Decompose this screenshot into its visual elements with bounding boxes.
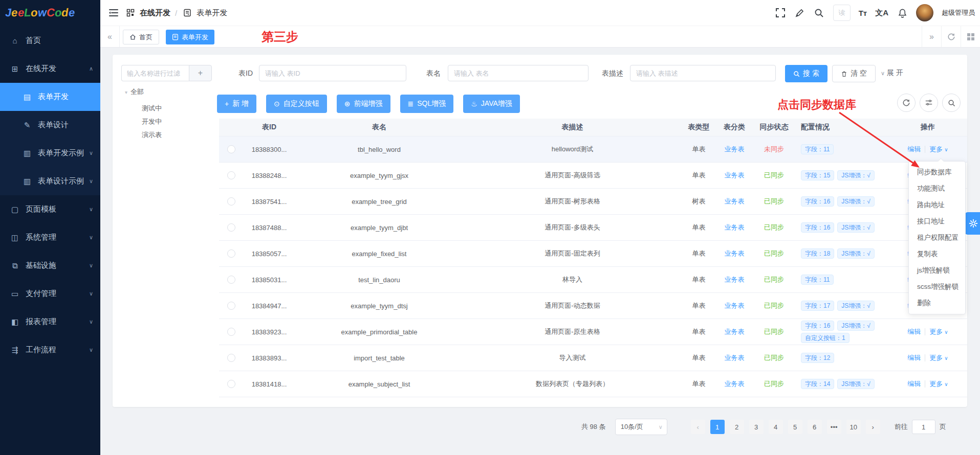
row-radio[interactable] bbox=[227, 354, 235, 362]
toolbar-button-java-enhance[interactable]: ♨ JAVA增强 bbox=[463, 95, 520, 113]
app-logo[interactable]: JeeLowCode bbox=[0, 0, 100, 26]
tab-form-dev[interactable]: 表单开发 bbox=[166, 30, 214, 44]
expand-toggle[interactable]: ∨ 展 开 bbox=[881, 69, 903, 78]
dropdown-item-5[interactable]: 租户权限配置 bbox=[909, 230, 965, 246]
tabs-scroll-right-button[interactable]: » bbox=[922, 26, 941, 47]
cell-table-category[interactable]: 业务表 bbox=[716, 189, 752, 214]
page-size-select[interactable]: 10条/页 ∨ bbox=[615, 419, 667, 435]
edit-button[interactable]: 编辑 bbox=[907, 145, 921, 154]
cell-table-category[interactable]: 业务表 bbox=[716, 163, 752, 188]
more-button[interactable]: 更多∨ bbox=[929, 353, 948, 362]
tabs-layout-grid-button[interactable] bbox=[961, 26, 980, 47]
dropdown-item-7[interactable]: js增强解锁 bbox=[909, 262, 965, 279]
tree-node[interactable]: 开发中 bbox=[142, 115, 162, 128]
dropdown-item-6[interactable]: 复制表 bbox=[909, 246, 965, 262]
toolbar-button-sql-enhance[interactable]: ≣ SQL增强 bbox=[400, 95, 454, 113]
sidebar-item-form-dev[interactable]: ▤ 表单开发 bbox=[0, 83, 100, 111]
cell-table-category[interactable]: 业务表 bbox=[716, 267, 752, 292]
page-button-4[interactable]: 4 bbox=[769, 420, 783, 434]
table-search-button[interactable] bbox=[942, 94, 961, 112]
tree-expand-caret-icon[interactable]: ▾ bbox=[125, 89, 127, 95]
font-size-button[interactable]: Tт bbox=[859, 9, 867, 17]
more-button[interactable]: 更多∨ bbox=[929, 145, 948, 154]
tabs-refresh-button[interactable] bbox=[941, 26, 961, 47]
column-settings-button[interactable] bbox=[920, 94, 938, 112]
refresh-button[interactable] bbox=[897, 94, 916, 112]
row-radio[interactable] bbox=[227, 223, 235, 232]
sidebar-item-page-template[interactable]: ▢ 页面模板 ∨ bbox=[0, 195, 100, 223]
more-button[interactable]: 更多∨ bbox=[929, 379, 948, 389]
dropdown-item-8[interactable]: scss增强解锁 bbox=[909, 279, 965, 295]
read-mode-button[interactable]: 读 bbox=[833, 5, 851, 21]
page-button-6[interactable]: 6 bbox=[808, 420, 822, 434]
page-button-•••[interactable]: ••• bbox=[827, 420, 841, 434]
row-radio[interactable] bbox=[227, 197, 235, 206]
cell-table-category[interactable]: 业务表 bbox=[716, 319, 752, 345]
row-radio[interactable] bbox=[227, 145, 235, 153]
collapse-sidebar-icon[interactable] bbox=[108, 8, 119, 18]
more-button[interactable]: 更多∨ bbox=[929, 327, 948, 336]
translate-icon[interactable]: 文A bbox=[875, 8, 888, 18]
edit-button[interactable]: 编辑 bbox=[907, 353, 921, 362]
breadcrumb-item-online-dev[interactable]: 在线开发 bbox=[140, 8, 170, 18]
toolbar-button-plus[interactable]: + 新 增 bbox=[217, 95, 256, 113]
page-button-2[interactable]: 2 bbox=[730, 420, 744, 434]
edit-button[interactable]: 编辑 bbox=[907, 379, 921, 389]
cell-table-category[interactable]: 业务表 bbox=[716, 345, 752, 371]
user-name[interactable]: 超级管理员 bbox=[942, 8, 975, 17]
table-desc-input[interactable] bbox=[630, 65, 776, 81]
tab-home[interactable]: 首页 bbox=[123, 30, 159, 44]
cell-table-category[interactable]: 业务表 bbox=[716, 371, 752, 397]
tree-node-all[interactable]: ▾ 全部 bbox=[125, 87, 144, 97]
avatar[interactable] bbox=[916, 4, 933, 21]
tree-node[interactable]: 测试中 bbox=[142, 102, 162, 115]
dropdown-item-9[interactable]: 删除 bbox=[909, 295, 965, 311]
cell-table-category[interactable]: 业务表 bbox=[716, 136, 752, 162]
cell-table-category[interactable]: 业务表 bbox=[716, 293, 752, 318]
search-button[interactable]: 搜 索 bbox=[785, 65, 827, 82]
toolbar-button-custom-button[interactable]: ⊙ 自定义按钮 bbox=[266, 95, 327, 113]
edit-button[interactable]: 编辑 bbox=[907, 327, 921, 336]
sidebar-item-infrastructure[interactable]: ⧉ 基础设施 ∨ bbox=[0, 252, 100, 280]
add-category-button[interactable]: + bbox=[189, 65, 212, 81]
table-name-input[interactable] bbox=[448, 65, 589, 81]
theme-brush-icon[interactable] bbox=[794, 7, 805, 18]
toolbar-button-frontend-enhance[interactable]: ⊛ 前端增强 bbox=[337, 95, 390, 113]
sidebar-item-form-design[interactable]: ✎ 表单设计 bbox=[0, 111, 100, 139]
table-id-input[interactable] bbox=[259, 65, 406, 81]
sidebar-item-payment-manage[interactable]: ▭ 支付管理 ∨ bbox=[0, 280, 100, 308]
sidebar-item-online-dev[interactable]: ⊞ 在线开发 ∧ bbox=[0, 55, 100, 83]
row-radio[interactable] bbox=[227, 302, 235, 310]
cell-table-category[interactable]: 业务表 bbox=[716, 215, 752, 240]
row-radio[interactable] bbox=[227, 328, 235, 336]
sidebar-item-form-design-example[interactable]: ▥ 表单设计示例 ∨ bbox=[0, 167, 100, 195]
row-radio[interactable] bbox=[227, 249, 235, 258]
sidebar-item-form-dev-example[interactable]: ▥ 表单开发示例 ∨ bbox=[0, 139, 100, 167]
page-button-1[interactable]: 1 bbox=[710, 420, 725, 434]
breadcrumb-item-form-dev[interactable]: 表单开发 bbox=[197, 8, 227, 18]
page-button-5[interactable]: 5 bbox=[788, 420, 802, 434]
dropdown-item-4[interactable]: 接口地址 bbox=[909, 213, 965, 230]
search-icon[interactable] bbox=[814, 7, 825, 18]
row-radio[interactable] bbox=[227, 380, 235, 388]
row-radio[interactable] bbox=[227, 276, 235, 284]
clear-button[interactable]: 清 空 bbox=[832, 65, 876, 82]
sidebar-item-system-manage[interactable]: ◫ 系统管理 ∨ bbox=[0, 223, 100, 252]
page-button-10[interactable]: 10 bbox=[846, 420, 861, 434]
page-button-3[interactable]: 3 bbox=[749, 420, 764, 434]
sidebar-item-report-manage[interactable]: ◧ 报表管理 ∨ bbox=[0, 308, 100, 336]
theme-settings-gear-icon[interactable] bbox=[965, 212, 980, 235]
cell-table-category[interactable]: 业务表 bbox=[716, 241, 752, 266]
tabs-scroll-left-button[interactable]: « bbox=[100, 26, 120, 47]
goto-page-input[interactable] bbox=[912, 420, 935, 434]
row-radio[interactable] bbox=[227, 171, 235, 179]
sidebar-item-workflow[interactable]: ⇶ 工作流程 ∨ bbox=[0, 336, 100, 364]
tree-node[interactable]: 演示表 bbox=[142, 128, 162, 142]
next-page-button[interactable]: › bbox=[866, 420, 880, 434]
dropdown-item-1[interactable]: 同步数据库 bbox=[909, 164, 965, 180]
notification-bell-icon[interactable] bbox=[897, 7, 908, 18]
sidebar-item-home[interactable]: ⌂ 首页 bbox=[0, 27, 100, 55]
prev-page-button[interactable]: ‹ bbox=[691, 420, 705, 434]
dropdown-item-2[interactable]: 功能测试 bbox=[909, 180, 965, 197]
dropdown-item-3[interactable]: 路由地址 bbox=[909, 197, 965, 213]
